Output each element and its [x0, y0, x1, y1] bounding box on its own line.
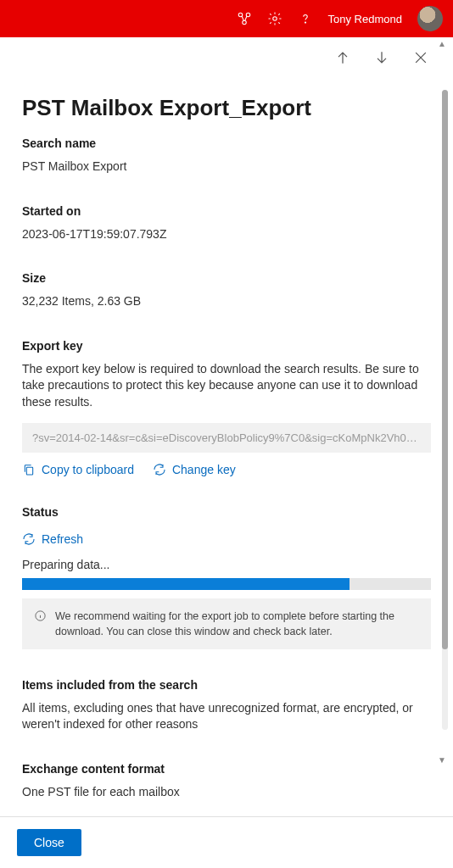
refresh-label: Refresh — [42, 532, 83, 546]
info-icon — [34, 609, 47, 622]
items-included-value: All items, excluding ones that have unre… — [22, 700, 431, 733]
page-title: PST Mailbox Export_Export — [22, 95, 431, 121]
refresh-button[interactable]: Refresh — [22, 532, 431, 546]
exchange-format-value: One PST file for each mailbox — [22, 784, 431, 801]
status-info-text: We recommend waiting for the export job … — [55, 609, 419, 639]
status-label: Status — [22, 505, 431, 519]
refresh-icon — [153, 463, 166, 476]
export-key-desc: The export key below is required to down… — [22, 361, 431, 411]
user-name[interactable]: Tony Redmond — [328, 13, 402, 25]
svg-point-2 — [242, 20, 246, 25]
svg-point-4 — [305, 22, 305, 23]
flow-icon[interactable] — [237, 11, 252, 26]
search-name-value: PST Mailbox Export — [22, 159, 431, 175]
search-name-section: Search name PST Mailbox Export — [22, 136, 431, 175]
size-section: Size 32,232 Items, 2.63 GB — [22, 271, 431, 310]
refresh-icon — [22, 532, 36, 546]
size-value: 32,232 Items, 2.63 GB — [22, 293, 431, 310]
arrow-down-icon[interactable] — [373, 49, 390, 66]
details-panel: PST Mailbox Export_Export Search name PS… — [0, 37, 453, 868]
status-text: Preparing data... — [22, 558, 431, 571]
help-icon[interactable] — [298, 11, 313, 26]
items-included-label: Items included from the search — [22, 678, 431, 692]
started-on-value: 2023-06-17T19:59:07.793Z — [22, 226, 431, 243]
arrow-up-icon[interactable] — [334, 49, 351, 66]
change-key-button[interactable]: Change key — [153, 463, 236, 476]
panel-footer: Close — [0, 816, 453, 868]
search-name-label: Search name — [22, 136, 431, 150]
avatar[interactable] — [417, 6, 443, 31]
gear-icon[interactable] — [267, 11, 282, 26]
status-info-box: We recommend waiting for the export job … — [22, 598, 431, 649]
exchange-format-label: Exchange content format — [22, 762, 431, 776]
progress-bar-fill — [22, 578, 350, 590]
items-included-section: Items included from the search All items… — [22, 678, 431, 733]
export-key-label: Export key — [22, 339, 431, 353]
started-on-label: Started on — [22, 204, 431, 218]
close-button[interactable]: Close — [17, 829, 81, 856]
export-key-value[interactable]: ?sv=2014-02-14&sr=c&si=eDiscoveryBlobPol… — [22, 423, 431, 453]
status-section: Status Refresh Preparing data... We reco… — [22, 505, 431, 649]
copy-icon — [22, 463, 36, 476]
close-icon[interactable] — [412, 49, 429, 66]
exchange-format-section: Exchange content format One PST file for… — [22, 762, 431, 801]
change-key-label: Change key — [172, 463, 236, 476]
progress-bar — [22, 578, 431, 590]
topbar: Tony Redmond — [0, 0, 453, 37]
copy-to-clipboard-button[interactable]: Copy to clipboard — [22, 463, 134, 476]
svg-rect-5 — [26, 467, 32, 475]
started-on-section: Started on 2023-06-17T19:59:07.793Z — [22, 204, 431, 243]
size-label: Size — [22, 271, 431, 285]
export-key-section: Export key The export key below is requi… — [22, 339, 431, 476]
svg-point-3 — [272, 17, 277, 21]
copy-label: Copy to clipboard — [42, 463, 134, 476]
